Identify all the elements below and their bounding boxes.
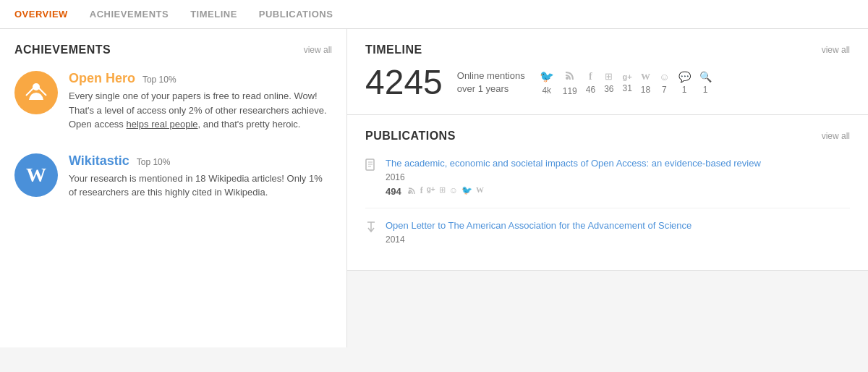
social-twitter: 🐦 4k — [540, 69, 554, 96]
mention-line2: over 1 years — [457, 83, 525, 96]
mendeley-icon: ⊞ — [605, 71, 613, 82]
achievement-open-hero: Open Hero Top 10% Every single one of yo… — [14, 71, 332, 132]
pub1-googleplus-icon: g+ — [427, 185, 435, 197]
wikitastic-icon: W — [14, 153, 58, 197]
social-mendeley: ⊞ 36 — [604, 71, 613, 94]
reddit-icon: ☺ — [659, 71, 669, 83]
open-hero-content: Open Hero Top 10% Every single one of yo… — [69, 71, 332, 132]
achievements-title: ACHIEVEMENTS — [14, 43, 111, 56]
right-panel: TIMELINE view all 4245 Online mentions o… — [347, 29, 868, 347]
pub2-content: Open Letter to The American Association … — [386, 219, 692, 245]
search-icon: 🔍 — [699, 71, 712, 83]
pub1-count: 494 — [386, 186, 401, 197]
mention-label: Online mentions over 1 years — [457, 69, 525, 96]
social-stats: 🐦 4k 119 f 46 — [540, 69, 712, 96]
mendeley-count: 36 — [604, 84, 613, 94]
achievements-view-all[interactable]: view all — [304, 45, 332, 55]
facebook-icon: f — [589, 71, 592, 83]
wikipedia-count: 18 — [641, 85, 650, 95]
comments-icon: 💬 — [678, 71, 691, 83]
timeline-big-number: 4245 — [365, 65, 443, 100]
open-hero-title: Open Hero — [69, 71, 135, 85]
publications-title: PUBLICATIONS — [365, 130, 456, 143]
timeline-panel: TIMELINE view all 4245 Online mentions o… — [347, 29, 868, 115]
reddit-count: 7 — [662, 85, 667, 95]
open-hero-description: Every single one of your papers is free … — [69, 89, 332, 132]
timeline-header: TIMELINE view all — [365, 43, 850, 56]
pub2-title[interactable]: Open Letter to The American Association … — [386, 220, 692, 231]
twitter-icon: 🐦 — [540, 69, 554, 83]
open-hero-badge: Top 10% — [142, 75, 176, 85]
pub1-rss-icon — [407, 185, 417, 197]
pub-item-1: The academic, economic and societal impa… — [365, 157, 850, 208]
open-hero-icon — [14, 71, 58, 114]
wikitastic-w: W — [26, 164, 46, 187]
svg-point-6 — [408, 191, 411, 194]
search-count: 1 — [703, 85, 708, 95]
timeline-stats: 4245 Online mentions over 1 years 🐦 4k — [365, 65, 850, 100]
pub2-year: 2014 — [386, 234, 692, 245]
nav-timeline[interactable]: TIMELINE — [190, 9, 237, 20]
pub1-doc-icon — [365, 158, 377, 197]
nav-achievements[interactable]: ACHIEVEMENTS — [90, 9, 169, 20]
publications-view-all[interactable]: view all — [822, 131, 850, 141]
googleplus-icon: g+ — [623, 72, 632, 81]
rss-icon — [564, 69, 576, 84]
achievement-wikitastic: W Wikitastic Top 10% Your research is me… — [14, 153, 332, 200]
pub1-wikipedia-icon: W — [476, 185, 484, 197]
main-content: ACHIEVEMENTS view all Open Hero Top 10% … — [0, 29, 868, 347]
nav-publications[interactable]: PUBLICATIONS — [259, 9, 333, 20]
social-facebook: f 46 — [586, 71, 595, 95]
timeline-title: TIMELINE — [365, 43, 422, 56]
achievements-header: ACHIEVEMENTS view all — [14, 43, 332, 56]
social-rss: 119 — [563, 69, 577, 96]
social-wikipedia: W 18 — [641, 71, 650, 95]
pub-item-2: Open Letter to The American Association … — [365, 219, 850, 255]
pub1-metrics: 494 f g+ ⊞ ☺ 🐦 W — [386, 185, 761, 197]
pub1-facebook-icon: f — [420, 185, 423, 197]
publications-header: PUBLICATIONS view all — [365, 130, 850, 143]
svg-point-1 — [566, 77, 569, 80]
pub1-content: The academic, economic and societal impa… — [386, 157, 761, 197]
pub1-title[interactable]: The academic, economic and societal impa… — [386, 158, 761, 169]
twitter-count: 4k — [542, 85, 551, 96]
social-search: 🔍 1 — [699, 71, 712, 95]
rss-count: 119 — [563, 86, 577, 96]
pub1-twitter-icon: 🐦 — [461, 185, 472, 197]
wikitastic-badge: Top 10% — [137, 157, 171, 167]
pub1-reddit-icon: ☺ — [449, 185, 458, 197]
achievements-panel: ACHIEVEMENTS view all Open Hero Top 10% … — [0, 29, 347, 347]
pub1-social-icons: f g+ ⊞ ☺ 🐦 W — [407, 185, 484, 197]
nav-overview[interactable]: OVERVIEW — [14, 9, 68, 20]
wikitastic-description: Your research is mentioned in 18 Wikiped… — [69, 172, 332, 200]
wikipedia-icon: W — [641, 71, 650, 83]
timeline-view-all[interactable]: view all — [822, 45, 850, 55]
pub1-mendeley-icon: ⊞ — [439, 185, 446, 197]
mention-line1: Online mentions — [457, 69, 525, 83]
comments-count: 1 — [682, 85, 687, 95]
googleplus-count: 31 — [622, 83, 631, 93]
helps-real-people-link[interactable]: helps real people — [127, 119, 198, 130]
wikitastic-title: Wikitastic — [69, 153, 129, 168]
social-reddit: ☺ 7 — [659, 71, 669, 95]
social-googleplus: g+ 31 — [622, 72, 631, 93]
wikitastic-content: Wikitastic Top 10% Your research is ment… — [69, 153, 332, 200]
facebook-count: 46 — [586, 85, 595, 95]
publications-panel: PUBLICATIONS view all The academic, econ… — [347, 115, 868, 271]
pub2-arrow-icon — [365, 221, 377, 245]
nav-bar: OVERVIEW ACHIEVEMENTS TIMELINE PUBLICATI… — [0, 0, 868, 29]
pub1-year: 2016 — [386, 172, 761, 182]
social-comments: 💬 1 — [678, 71, 691, 95]
svg-point-0 — [33, 83, 40, 90]
